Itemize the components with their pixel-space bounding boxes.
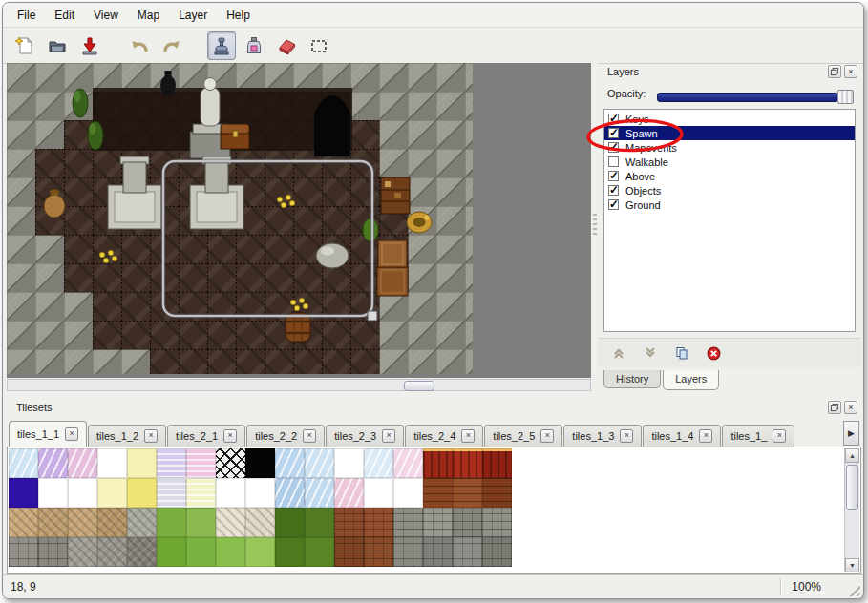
tileset-tab-tiles_1_3[interactable]: tiles_1_3×	[563, 425, 642, 447]
map-h-scrollbar[interactable]	[7, 379, 591, 391]
scrollbar-thumb[interactable]	[404, 381, 434, 391]
layer-row-walkable[interactable]: Walkable	[604, 155, 855, 169]
tileset-tile[interactable]	[97, 448, 127, 478]
tileset-tile[interactable]	[216, 508, 245, 537]
layer-row-ground[interactable]: Ground	[604, 198, 855, 212]
tileset-tile[interactable]	[334, 478, 364, 508]
close-tab-icon[interactable]: ×	[540, 429, 554, 443]
tileset-tile[interactable]	[334, 448, 364, 478]
move-layer-down-button[interactable]	[641, 343, 660, 363]
save-button[interactable]	[75, 31, 104, 60]
tileset-tile[interactable]	[216, 537, 245, 567]
tileset-tile[interactable]	[482, 508, 512, 537]
menu-layer[interactable]: Layer	[170, 6, 216, 25]
tileset-tile[interactable]	[127, 508, 157, 537]
redo-button[interactable]	[158, 31, 186, 60]
layer-row-keys[interactable]: Keys	[604, 112, 855, 126]
close-tab-icon[interactable]: ×	[620, 429, 633, 443]
fill-tool-button[interactable]	[240, 31, 268, 60]
layer-visibility-checkbox[interactable]	[608, 199, 619, 210]
tileset-tile[interactable]	[157, 478, 186, 508]
tileset-tile[interactable]	[216, 478, 245, 508]
tileset-tab-truncated[interactable]: tiles_1_×	[722, 425, 794, 447]
layer-visibility-checkbox[interactable]	[608, 142, 619, 153]
tileset-tile[interactable]	[305, 448, 334, 478]
tileset-tile[interactable]	[393, 537, 423, 567]
tileset-tile[interactable]	[482, 478, 512, 508]
map-canvas[interactable]	[7, 63, 473, 374]
tileset-scrollbar[interactable]: ▲ ▼	[844, 448, 859, 572]
tileset-tile[interactable]	[245, 508, 275, 537]
close-tab-icon[interactable]: ×	[382, 429, 395, 443]
menu-view[interactable]: View	[85, 6, 127, 25]
tileset-tile[interactable]	[157, 448, 186, 478]
tileset-tile[interactable]	[157, 537, 186, 567]
tileset-tile[interactable]	[275, 508, 305, 537]
tab-history[interactable]: History	[603, 370, 661, 388]
tileset-tab-tiles_2_5[interactable]: tiles_2_5×	[484, 425, 562, 447]
tileset-tile[interactable]	[157, 508, 186, 537]
undo-button[interactable]	[125, 31, 154, 60]
tileset-tile[interactable]	[97, 537, 127, 567]
tileset-tile[interactable]	[127, 478, 157, 508]
tileset-tile[interactable]	[68, 537, 97, 567]
open-button[interactable]	[43, 31, 72, 60]
tileset-tile[interactable]	[68, 448, 97, 478]
layer-row-mapevents[interactable]: Mapevents	[604, 140, 855, 155]
layer-visibility-checkbox[interactable]	[608, 156, 619, 167]
tileset-tile[interactable]	[453, 448, 482, 478]
tileset-tile[interactable]	[423, 448, 453, 478]
tileset-tile[interactable]	[453, 508, 482, 537]
tileset-tile[interactable]	[68, 508, 97, 537]
tileset-tile[interactable]	[68, 478, 97, 508]
tileset-tile[interactable]	[97, 508, 127, 537]
scrollbar-thumb[interactable]	[846, 465, 858, 510]
tileset-tile[interactable]	[216, 448, 245, 478]
opacity-slider[interactable]	[657, 90, 854, 102]
tileset-tile[interactable]	[186, 478, 216, 508]
tileset-tile[interactable]	[305, 508, 334, 537]
tileset-tile[interactable]	[38, 508, 68, 537]
tileset-tile[interactable]	[364, 448, 393, 478]
opacity-slider-track[interactable]	[657, 93, 838, 102]
tileset-tile[interactable]	[364, 508, 393, 537]
tileset-tab-tiles_1_2[interactable]: tiles_1_2×	[88, 425, 166, 447]
tileset-tile[interactable]	[186, 508, 216, 537]
rect-select-tool-button[interactable]	[305, 31, 333, 60]
map-viewport[interactable]	[7, 63, 591, 378]
close-tab-icon[interactable]: ×	[461, 429, 475, 443]
tileset-tile[interactable]	[482, 448, 512, 478]
tileset-tab-tiles_2_4[interactable]: tiles_2_4×	[405, 425, 483, 447]
tileset-tile[interactable]	[423, 508, 453, 537]
tileset-tile[interactable]	[127, 448, 157, 478]
resize-grip[interactable]	[847, 583, 860, 596]
menu-map[interactable]: Map	[129, 6, 168, 25]
delete-layer-button[interactable]	[704, 343, 723, 363]
close-panel-button[interactable]: ×	[844, 65, 857, 78]
tileset-tile[interactable]	[9, 508, 38, 537]
tileset-tile[interactable]	[275, 448, 305, 478]
eraser-tool-button[interactable]	[272, 31, 301, 60]
layer-row-above[interactable]: Above	[604, 169, 855, 183]
layer-row-objects[interactable]: Objects	[604, 183, 855, 198]
layer-visibility-checkbox[interactable]	[608, 185, 619, 196]
tileset-tile[interactable]	[275, 478, 305, 508]
close-tab-icon[interactable]: ×	[303, 429, 316, 443]
menu-edit[interactable]: Edit	[46, 6, 83, 25]
layer-row-spawn[interactable]: Spawn	[604, 126, 855, 140]
duplicate-layer-button[interactable]	[672, 343, 691, 363]
tileset-tile[interactable]	[423, 478, 453, 508]
tileset-tile[interactable]	[127, 537, 157, 567]
vertical-splitter[interactable]	[591, 63, 598, 378]
tileset-tile[interactable]	[245, 537, 275, 567]
tileset-tile[interactable]	[9, 478, 38, 508]
close-tab-icon[interactable]: ×	[144, 429, 158, 443]
float-panel-button[interactable]	[828, 65, 841, 78]
tileset-tab-tiles_1_4[interactable]: tiles_1_4×	[643, 425, 721, 447]
scroll-up-button[interactable]: ▲	[845, 448, 859, 463]
tileset-tile[interactable]	[453, 537, 482, 567]
tileset-tile[interactable]	[9, 537, 38, 567]
tileset-tile[interactable]	[38, 478, 68, 508]
tileset-tab-tiles_2_2[interactable]: tiles_2_2×	[246, 425, 325, 447]
tileset-tile[interactable]	[9, 448, 38, 478]
